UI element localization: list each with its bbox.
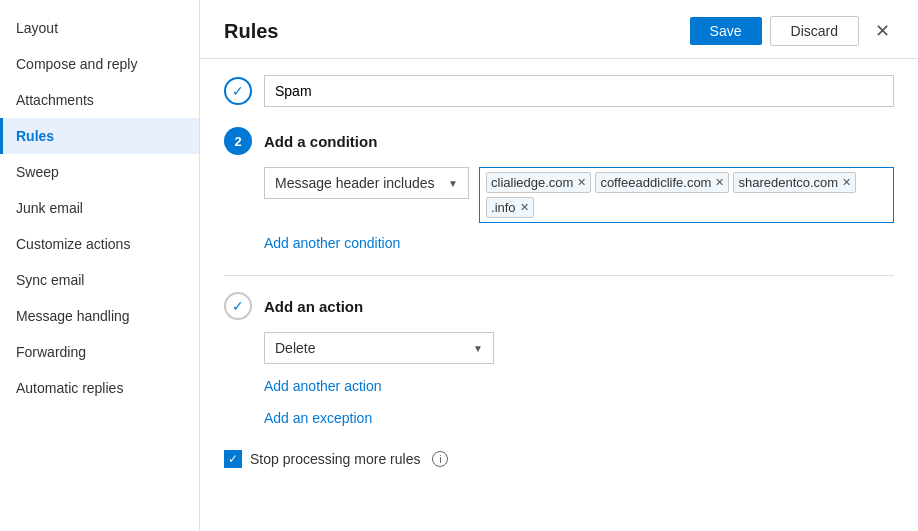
rule-name-row: ✓ [224,75,894,107]
sidebar-item-forwarding[interactable]: Forwarding [0,334,199,370]
checkmark-icon2: ✓ [232,298,244,314]
close-button[interactable]: ✕ [871,16,894,46]
checkmark-icon: ✓ [232,83,244,99]
action-header: ✓ Add an action [224,292,894,320]
add-condition-button[interactable]: Add another condition [264,231,400,255]
action-dropdown-label: Delete [275,340,315,356]
action-dropdown[interactable]: Delete ▼ [264,332,494,364]
panel-header: Rules Save Discard ✕ [200,0,918,59]
info-icon[interactable]: i [432,451,448,467]
main-panel: Rules Save Discard ✕ ✓ 2 Add a condition [200,0,918,531]
tag-sharedentco: sharedentco.com ✕ [733,172,856,193]
content-area: ✓ 2 Add a condition Message header inclu… [200,59,918,531]
sidebar-item-junk-email[interactable]: Junk email [0,190,199,226]
tag-remove-sharedentco[interactable]: ✕ [842,177,851,188]
step2-circle: 2 [224,127,252,155]
stop-processing-checkbox[interactable]: ✓ [224,450,242,468]
tag-remove-dotinfo[interactable]: ✕ [520,202,529,213]
stop-processing-row: ✓ Stop processing more rules i [224,450,894,468]
condition-title: Add a condition [264,133,377,150]
tag-remove-coffeeaddiclife[interactable]: ✕ [715,177,724,188]
condition-section: 2 Add a condition Message header include… [224,127,894,255]
tags-input-box[interactable]: clialiedge.com ✕ coffeeaddiclife.com ✕ s… [479,167,894,223]
sidebar-item-layout[interactable]: Layout [0,10,199,46]
stop-processing-label: Stop processing more rules [250,451,420,467]
condition-dropdown[interactable]: Message header includes ▼ [264,167,469,199]
tag-dotinfo: .info ✕ [486,197,534,218]
tag-text-input[interactable] [538,200,568,216]
add-action-button[interactable]: Add another action [264,374,382,398]
action-title: Add an action [264,298,363,315]
tag-label: clialiedge.com [491,175,573,190]
close-icon: ✕ [875,21,890,41]
condition-body: Message header includes ▼ clialiedge.com… [224,167,894,255]
add-exception-button[interactable]: Add an exception [264,406,372,430]
sidebar-item-attachments[interactable]: Attachments [0,82,199,118]
sidebar-item-sweep[interactable]: Sweep [0,154,199,190]
action-section: ✓ Add an action Delete ▼ Add another act… [224,292,894,430]
tag-label: sharedentco.com [738,175,838,190]
sidebar-item-automatic-replies[interactable]: Automatic replies [0,370,199,406]
chevron-down-icon2: ▼ [473,343,483,354]
tag-coffeeaddiclife: coffeeaddiclife.com ✕ [595,172,729,193]
step3-check: ✓ [224,292,252,320]
page-title: Rules [224,20,690,43]
condition-dropdown-label: Message header includes [275,175,435,191]
step1-check: ✓ [224,77,252,105]
sidebar-item-message-handling[interactable]: Message handling [0,298,199,334]
step2-number: 2 [234,134,241,149]
sidebar: Layout Compose and reply Attachments Rul… [0,0,200,531]
condition-header: 2 Add a condition [224,127,894,155]
section-divider [224,275,894,276]
chevron-down-icon: ▼ [448,178,458,189]
sidebar-item-sync-email[interactable]: Sync email [0,262,199,298]
sidebar-item-compose-reply[interactable]: Compose and reply [0,46,199,82]
save-button[interactable]: Save [690,17,762,45]
tag-label: coffeeaddiclife.com [600,175,711,190]
sidebar-item-customize-actions[interactable]: Customize actions [0,226,199,262]
tag-label: .info [491,200,516,215]
discard-button[interactable]: Discard [770,16,859,46]
condition-controls-row: Message header includes ▼ clialiedge.com… [264,167,894,223]
tag-remove-clialiedge[interactable]: ✕ [577,177,586,188]
tag-clialiedge: clialiedge.com ✕ [486,172,591,193]
action-body: Delete ▼ Add another action Add an excep… [224,332,894,430]
checkbox-check-icon: ✓ [228,452,238,466]
rule-name-input[interactable] [264,75,894,107]
sidebar-item-rules[interactable]: Rules [0,118,199,154]
